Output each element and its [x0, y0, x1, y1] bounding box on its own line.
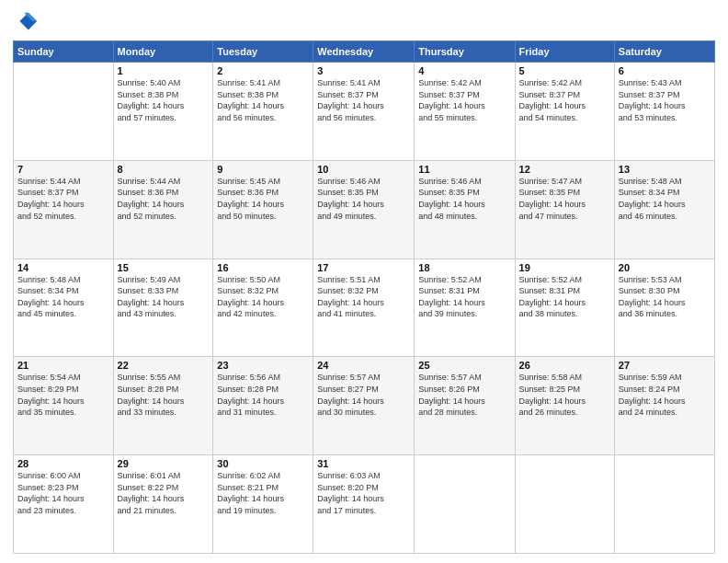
day-number: 17	[317, 262, 410, 273]
day-cell: 14Sunrise: 5:48 AM Sunset: 8:34 PM Dayli…	[14, 259, 114, 357]
day-info: Sunrise: 5:45 AM Sunset: 8:36 PM Dayligh…	[217, 176, 309, 222]
day-cell	[415, 455, 515, 554]
day-info: Sunrise: 5:49 AM Sunset: 8:33 PM Dayligh…	[118, 274, 210, 320]
day-cell: 6Sunrise: 5:43 AM Sunset: 8:37 PM Daylig…	[614, 63, 714, 161]
day-header-thursday: Thursday	[415, 41, 515, 63]
day-info: Sunrise: 5:55 AM Sunset: 8:28 PM Dayligh…	[118, 372, 210, 418]
day-header-saturday: Saturday	[614, 41, 714, 63]
day-number: 30	[217, 458, 309, 469]
day-number: 11	[418, 164, 510, 175]
week-row-2: 7Sunrise: 5:44 AM Sunset: 8:37 PM Daylig…	[14, 160, 715, 259]
day-cell	[614, 455, 714, 554]
day-cell	[14, 63, 114, 161]
day-cell	[515, 455, 614, 554]
day-cell: 19Sunrise: 5:52 AM Sunset: 8:31 PM Dayli…	[515, 259, 614, 357]
day-info: Sunrise: 5:48 AM Sunset: 8:34 PM Dayligh…	[619, 176, 711, 222]
week-row-4: 21Sunrise: 5:54 AM Sunset: 8:29 PM Dayli…	[14, 357, 715, 455]
day-cell: 26Sunrise: 5:58 AM Sunset: 8:25 PM Dayli…	[515, 357, 614, 455]
day-number: 23	[217, 360, 309, 371]
week-row-5: 28Sunrise: 6:00 AM Sunset: 8:23 PM Dayli…	[14, 455, 715, 554]
logo-icon	[13, 9, 39, 35]
day-number: 20	[619, 262, 711, 273]
day-number: 31	[317, 458, 410, 469]
day-number: 7	[17, 164, 109, 175]
day-number: 18	[418, 262, 510, 273]
day-number: 26	[519, 360, 610, 371]
day-cell: 20Sunrise: 5:53 AM Sunset: 8:30 PM Dayli…	[614, 259, 714, 357]
header-row: SundayMondayTuesdayWednesdayThursdayFrid…	[14, 41, 715, 63]
day-info: Sunrise: 5:41 AM Sunset: 8:38 PM Dayligh…	[217, 77, 309, 123]
header	[13, 9, 715, 35]
day-info: Sunrise: 6:01 AM Sunset: 8:22 PM Dayligh…	[118, 470, 210, 516]
day-info: Sunrise: 5:44 AM Sunset: 8:37 PM Dayligh…	[17, 176, 109, 222]
page: SundayMondayTuesdayWednesdayThursdayFrid…	[0, 0, 728, 563]
day-number: 19	[519, 262, 610, 273]
day-number: 15	[118, 262, 210, 273]
day-cell: 28Sunrise: 6:00 AM Sunset: 8:23 PM Dayli…	[14, 455, 114, 554]
day-info: Sunrise: 5:53 AM Sunset: 8:30 PM Dayligh…	[619, 274, 711, 320]
day-info: Sunrise: 5:48 AM Sunset: 8:34 PM Dayligh…	[17, 274, 109, 320]
day-cell: 24Sunrise: 5:57 AM Sunset: 8:27 PM Dayli…	[313, 357, 415, 455]
day-cell: 31Sunrise: 6:03 AM Sunset: 8:20 PM Dayli…	[313, 455, 415, 554]
day-cell: 13Sunrise: 5:48 AM Sunset: 8:34 PM Dayli…	[614, 160, 714, 259]
day-cell: 16Sunrise: 5:50 AM Sunset: 8:32 PM Dayli…	[213, 259, 313, 357]
day-cell: 23Sunrise: 5:56 AM Sunset: 8:28 PM Dayli…	[213, 357, 313, 455]
day-number: 29	[118, 458, 210, 469]
day-number: 24	[317, 360, 410, 371]
day-number: 1	[118, 65, 210, 76]
day-info: Sunrise: 5:50 AM Sunset: 8:32 PM Dayligh…	[217, 274, 309, 320]
day-number: 9	[217, 164, 309, 175]
week-row-3: 14Sunrise: 5:48 AM Sunset: 8:34 PM Dayli…	[14, 259, 715, 357]
day-info: Sunrise: 5:51 AM Sunset: 8:32 PM Dayligh…	[317, 274, 410, 320]
day-cell: 27Sunrise: 5:59 AM Sunset: 8:24 PM Dayli…	[614, 357, 714, 455]
day-cell: 25Sunrise: 5:57 AM Sunset: 8:26 PM Dayli…	[415, 357, 515, 455]
day-cell: 21Sunrise: 5:54 AM Sunset: 8:29 PM Dayli…	[14, 357, 114, 455]
day-cell: 29Sunrise: 6:01 AM Sunset: 8:22 PM Dayli…	[113, 455, 213, 554]
day-info: Sunrise: 5:40 AM Sunset: 8:38 PM Dayligh…	[118, 77, 210, 123]
day-info: Sunrise: 5:58 AM Sunset: 8:25 PM Dayligh…	[519, 372, 610, 418]
day-info: Sunrise: 5:42 AM Sunset: 8:37 PM Dayligh…	[418, 77, 510, 123]
day-number: 2	[217, 65, 309, 76]
day-cell: 8Sunrise: 5:44 AM Sunset: 8:36 PM Daylig…	[113, 160, 213, 259]
day-cell: 15Sunrise: 5:49 AM Sunset: 8:33 PM Dayli…	[113, 259, 213, 357]
day-info: Sunrise: 6:02 AM Sunset: 8:21 PM Dayligh…	[217, 470, 309, 516]
day-number: 4	[418, 65, 510, 76]
day-number: 22	[118, 360, 210, 371]
day-info: Sunrise: 5:52 AM Sunset: 8:31 PM Dayligh…	[418, 274, 510, 320]
day-info: Sunrise: 5:41 AM Sunset: 8:37 PM Dayligh…	[317, 77, 410, 123]
day-number: 28	[17, 458, 109, 469]
day-cell: 1Sunrise: 5:40 AM Sunset: 8:38 PM Daylig…	[113, 63, 213, 161]
day-header-friday: Friday	[515, 41, 614, 63]
day-cell: 10Sunrise: 5:46 AM Sunset: 8:35 PM Dayli…	[313, 160, 415, 259]
day-cell: 30Sunrise: 6:02 AM Sunset: 8:21 PM Dayli…	[213, 455, 313, 554]
day-number: 6	[619, 65, 711, 76]
day-info: Sunrise: 5:59 AM Sunset: 8:24 PM Dayligh…	[619, 372, 711, 418]
day-number: 27	[619, 360, 711, 371]
day-info: Sunrise: 5:54 AM Sunset: 8:29 PM Dayligh…	[17, 372, 109, 418]
day-info: Sunrise: 5:43 AM Sunset: 8:37 PM Dayligh…	[619, 77, 711, 123]
day-info: Sunrise: 5:52 AM Sunset: 8:31 PM Dayligh…	[519, 274, 610, 320]
day-info: Sunrise: 5:44 AM Sunset: 8:36 PM Dayligh…	[118, 176, 210, 222]
day-info: Sunrise: 5:57 AM Sunset: 8:27 PM Dayligh…	[317, 372, 410, 418]
week-row-1: 1Sunrise: 5:40 AM Sunset: 8:38 PM Daylig…	[14, 63, 715, 161]
day-cell: 2Sunrise: 5:41 AM Sunset: 8:38 PM Daylig…	[213, 63, 313, 161]
day-number: 3	[317, 65, 410, 76]
day-header-sunday: Sunday	[14, 41, 114, 63]
day-cell: 11Sunrise: 5:46 AM Sunset: 8:35 PM Dayli…	[415, 160, 515, 259]
day-header-tuesday: Tuesday	[213, 41, 313, 63]
day-info: Sunrise: 5:42 AM Sunset: 8:37 PM Dayligh…	[519, 77, 610, 123]
calendar-table: SundayMondayTuesdayWednesdayThursdayFrid…	[13, 40, 715, 554]
day-number: 5	[519, 65, 610, 76]
day-info: Sunrise: 5:56 AM Sunset: 8:28 PM Dayligh…	[217, 372, 309, 418]
day-cell: 9Sunrise: 5:45 AM Sunset: 8:36 PM Daylig…	[213, 160, 313, 259]
day-number: 25	[418, 360, 510, 371]
day-info: Sunrise: 5:47 AM Sunset: 8:35 PM Dayligh…	[519, 176, 610, 222]
day-info: Sunrise: 5:46 AM Sunset: 8:35 PM Dayligh…	[317, 176, 410, 222]
day-header-monday: Monday	[113, 41, 213, 63]
day-info: Sunrise: 5:57 AM Sunset: 8:26 PM Dayligh…	[418, 372, 510, 418]
day-number: 12	[519, 164, 610, 175]
day-cell: 18Sunrise: 5:52 AM Sunset: 8:31 PM Dayli…	[415, 259, 515, 357]
day-number: 13	[619, 164, 711, 175]
day-cell: 4Sunrise: 5:42 AM Sunset: 8:37 PM Daylig…	[415, 63, 515, 161]
day-header-wednesday: Wednesday	[313, 41, 415, 63]
